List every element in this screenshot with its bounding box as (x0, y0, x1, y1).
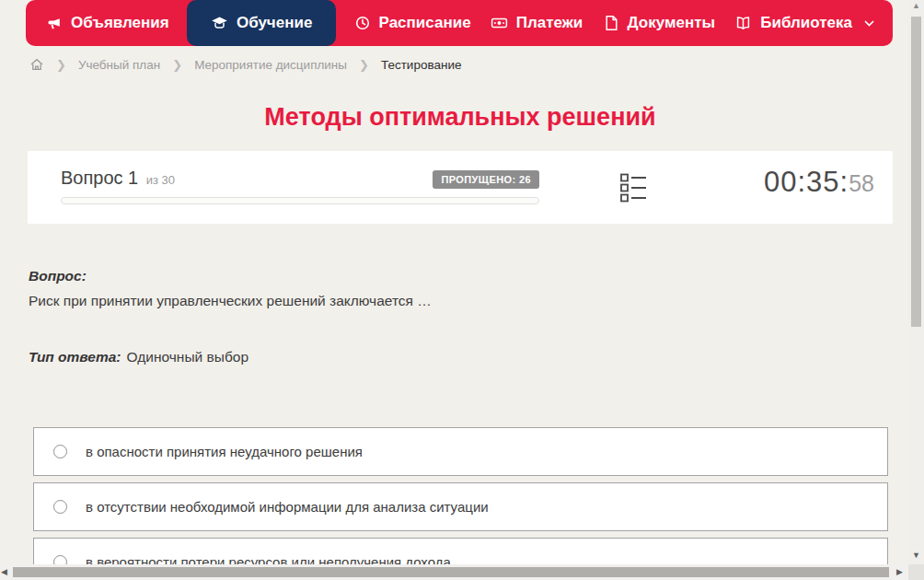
question-total: из 30 (146, 173, 175, 187)
nav-item-payments[interactable]: Платежи (489, 0, 585, 46)
answer-option-1[interactable]: в опасности принятия неудачного решения (33, 427, 888, 476)
timer: 00:35:58 (764, 166, 874, 199)
breadcrumb: ❯ Учебный план ❯ Мероприятие дисциплины … (29, 57, 461, 72)
breadcrumb-separator-icon: ❯ (359, 58, 369, 72)
radio-icon[interactable] (53, 500, 67, 514)
document-icon (603, 15, 619, 31)
answer-options: в опасности принятия неудачного решения … (33, 427, 888, 580)
breadcrumb-study-plan[interactable]: Учебный план (78, 58, 160, 72)
nav-item-label: Обучение (237, 14, 312, 32)
nav-item-announcements[interactable]: Объявления (44, 0, 171, 46)
scrollbar-corner (908, 564, 924, 580)
nav-item-documents[interactable]: Документы (601, 0, 718, 46)
breadcrumb-discipline-event[interactable]: Мероприятие дисциплины (194, 58, 347, 72)
breadcrumb-testing: Тестирование (381, 58, 462, 72)
top-navigation: Объявления Обучение Расписание Платежи Д… (26, 0, 893, 46)
answer-option-2[interactable]: в отсутствии необходимой информации для … (33, 482, 888, 531)
chevron-down-icon (864, 20, 874, 27)
nav-item-training[interactable]: Обучение (187, 0, 336, 46)
breadcrumb-separator-icon: ❯ (172, 58, 182, 72)
graduation-cap-icon (211, 15, 228, 31)
question-list-icon[interactable] (620, 173, 648, 207)
book-icon (734, 15, 752, 31)
horizontal-scrollbar[interactable]: ◀ ▶ (0, 564, 908, 580)
nav-item-label: Объявления (71, 14, 169, 32)
megaphone-icon (46, 15, 63, 31)
question-text: Риск при принятии управленческих решений… (29, 293, 857, 309)
horizontal-scrollbar-thumb[interactable] (13, 567, 889, 577)
answer-option-label: в отсутствии необходимой информации для … (86, 499, 489, 515)
question-body: Вопрос: Риск при принятии управленческих… (29, 268, 857, 365)
question-header-card: Вопрос 1 из 30 ПРОПУЩЕНО: 26 00:35:58 (28, 151, 893, 224)
vertical-scrollbar[interactable]: ▲ ▼ (908, 0, 924, 564)
answer-type-row: Тип ответа:Одиночный выбор (29, 349, 857, 365)
nav-item-label: Библиотека (760, 14, 852, 32)
nav-item-label: Платежи (516, 14, 583, 32)
nav-item-label: Расписание (379, 14, 471, 32)
question-progress-block: Вопрос 1 из 30 ПРОПУЩЕНО: 26 (61, 168, 539, 204)
breadcrumb-separator-icon: ❯ (56, 58, 66, 72)
scroll-up-icon[interactable]: ▲ (908, 1, 924, 10)
question-label: Вопрос: (29, 268, 857, 284)
question-number: Вопрос 1 (61, 168, 138, 188)
answer-type-label: Тип ответа: (29, 349, 121, 365)
nav-item-library[interactable]: Библиотека (733, 0, 876, 46)
clock-icon (354, 15, 371, 31)
timer-seconds: 58 (849, 170, 874, 196)
radio-icon[interactable] (53, 445, 67, 458)
scroll-right-icon[interactable]: ▶ (896, 564, 903, 580)
scroll-down-icon[interactable]: ▼ (908, 551, 924, 560)
home-icon[interactable] (29, 57, 44, 72)
page-title: Методы оптимальных решений (0, 103, 920, 132)
scroll-left-icon[interactable]: ◀ (1, 564, 7, 580)
vertical-scrollbar-thumb[interactable] (911, 17, 921, 327)
nav-item-schedule[interactable]: Расписание (352, 0, 473, 46)
answer-type-value: Одиночный выбор (127, 349, 249, 365)
timer-main: 00:35: (764, 166, 849, 198)
progress-bar (61, 197, 539, 204)
banknote-icon (491, 15, 508, 31)
nav-item-label: Документы (628, 14, 716, 32)
skipped-badge: ПРОПУЩЕНО: 26 (433, 170, 539, 189)
answer-option-label: в опасности принятия неудачного решения (86, 444, 363, 459)
